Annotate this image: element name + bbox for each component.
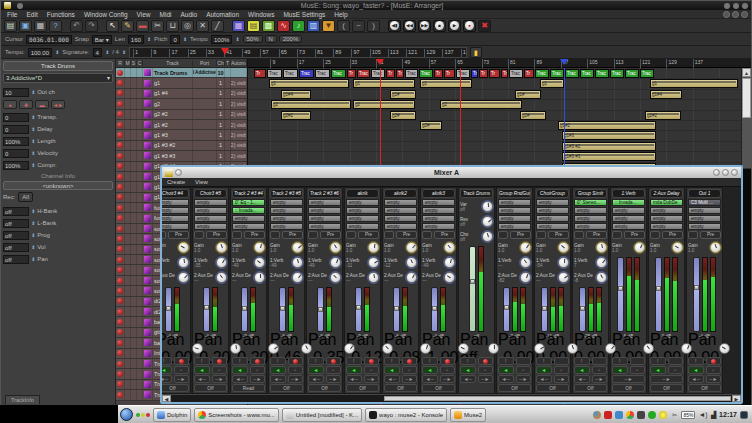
- output-route-button[interactable]: ─►: [554, 375, 570, 383]
- rev-knob[interactable]: [482, 216, 493, 227]
- auxde-knob[interactable]: [292, 272, 303, 283]
- record-arm-cell[interactable]: [116, 297, 125, 306]
- drum-part[interactable]: Trac: [267, 69, 282, 78]
- stereo-button[interactable]: ▫: [516, 366, 532, 374]
- volume-fader[interactable]: [279, 287, 286, 332]
- track-automation[interactable]: 0(2) visible: [231, 78, 247, 87]
- drum-part[interactable]: Tr: [254, 69, 266, 78]
- pre-button[interactable]: Pre: [244, 231, 265, 239]
- gain-knob[interactable]: [178, 242, 189, 253]
- record-arm-cell[interactable]: [116, 380, 125, 389]
- stereo-button[interactable]: ▫: [592, 366, 608, 374]
- input-route-button[interactable]: ◄─: [346, 375, 362, 383]
- menu-edit[interactable]: Edit: [26, 11, 37, 18]
- automation-mode-button[interactable]: Off: [422, 384, 455, 392]
- effect-slot[interactable]: empty: [422, 199, 455, 206]
- strip-name[interactable]: Track Drums: [460, 189, 493, 198]
- midi-icon[interactable]: ●: [3, 100, 17, 109]
- effect-slot[interactable]: empty: [612, 215, 645, 222]
- menu-view[interactable]: View: [137, 11, 151, 18]
- output-route-button[interactable]: ─►: [478, 375, 494, 383]
- fader-handle[interactable]: [356, 305, 361, 310]
- strip-name[interactable]: Group Simlr: [574, 189, 607, 198]
- track-automation[interactable]: 0(2) visible: [231, 141, 247, 150]
- volume-icon[interactable]: ◄): [698, 411, 707, 418]
- stereo-route-button[interactable]: [346, 231, 356, 239]
- mixer-maximize-icon[interactable]: [722, 169, 729, 176]
- mute-button[interactable]: !: [460, 357, 476, 365]
- zoom-N[interactable]: N: [265, 35, 277, 43]
- stereo-button[interactable]: ▫: [554, 366, 570, 374]
- tempo-scale-value[interactable]: 100%: [211, 35, 232, 44]
- midi-part[interactable]: g2#: [420, 121, 442, 130]
- strip-name[interactable]: akrik3: [422, 189, 455, 198]
- auxde-knob[interactable]: [596, 272, 607, 283]
- scroll-left-icon[interactable]: ◀: [162, 395, 171, 402]
- stereo-button[interactable]: ▫: [288, 366, 304, 374]
- solo-button[interactable]: ◄: [536, 366, 552, 374]
- record-dot-icon[interactable]: [117, 267, 123, 273]
- automation-mode-button[interactable]: Off: [498, 384, 531, 392]
- stereo-route-button[interactable]: [384, 231, 394, 239]
- stereo-route-button[interactable]: [688, 231, 698, 239]
- record-dot-icon[interactable]: [117, 309, 123, 315]
- pre-button[interactable]: Pre: [168, 231, 189, 239]
- input-route-button[interactable]: ◄─: [536, 375, 552, 383]
- knob-value[interactable]: ---: [194, 278, 216, 283]
- drum-part[interactable]: Tr: [444, 69, 455, 78]
- red-app-icon[interactable]: [604, 411, 612, 419]
- midi-icon[interactable]: ▬: [35, 100, 49, 109]
- fader-handle[interactable]: [542, 306, 547, 311]
- midi-part[interactable]: g1#3 #3: [562, 152, 656, 161]
- input-route-button[interactable]: ◄─: [688, 375, 704, 383]
- verb-knob[interactable]: [444, 257, 455, 268]
- pitch-spinner[interactable]: ⬍: [183, 36, 187, 42]
- maximize-icon[interactable]: [733, 3, 739, 9]
- automation-mode-button[interactable]: Off: [270, 384, 303, 392]
- knob-value[interactable]: 1.0: [270, 248, 292, 253]
- rewind-button[interactable]: ◀◀: [403, 20, 416, 32]
- knob-value[interactable]: ---: [346, 278, 368, 283]
- knob-value[interactable]: ---: [162, 278, 178, 283]
- pointer-tool-icon[interactable]: ↖: [106, 20, 119, 32]
- spin-transp-spinner[interactable]: ⬍: [31, 114, 35, 120]
- record-dot-icon[interactable]: [117, 132, 123, 138]
- midi-part[interactable]: g1#3: [562, 131, 656, 140]
- auxde-knob[interactable]: [406, 272, 417, 283]
- record-arm-cell[interactable]: [116, 203, 125, 212]
- stereo-route-button[interactable]: [194, 231, 204, 239]
- volume-fader[interactable]: [693, 257, 700, 332]
- input-route-button[interactable]: ◄─: [194, 375, 210, 383]
- record-dot-icon[interactable]: [117, 101, 123, 107]
- record-arm-cell[interactable]: [116, 213, 125, 222]
- effect-slot[interactable]: empty: [650, 223, 683, 230]
- effect-slot[interactable]: empty: [270, 223, 303, 230]
- record-arm-cell[interactable]: [116, 338, 125, 347]
- fader-handle[interactable]: [394, 306, 399, 311]
- new-file-icon[interactable]: ▤: [4, 20, 17, 32]
- to-start-button[interactable]: ◀▮: [388, 20, 401, 32]
- solo-button[interactable]: ◄: [612, 366, 628, 374]
- track-row[interactable]: g1 #3 #310(2) visible: [116, 151, 247, 161]
- clock[interactable]: 12:17: [719, 411, 737, 418]
- midi-part[interactable]: g1#4: [281, 90, 311, 99]
- stereo-route-button[interactable]: [162, 231, 166, 239]
- solo-button[interactable]: ◄: [650, 366, 666, 374]
- menu-automation[interactable]: Automation: [206, 11, 239, 18]
- automation-mode-button[interactable]: Off: [384, 384, 417, 392]
- effect-slot[interactable]: empty: [612, 223, 645, 230]
- knob-value[interactable]: 1.0: [194, 248, 216, 253]
- effect-slot[interactable]: empty: [232, 215, 265, 222]
- auxde-knob[interactable]: [216, 272, 227, 283]
- record-dot-icon[interactable]: [117, 350, 123, 356]
- knob-value[interactable]: ---: [536, 278, 558, 283]
- spin-compr-spinner[interactable]: ⬍: [31, 162, 35, 168]
- eraser-tool-icon[interactable]: ▬: [136, 20, 149, 32]
- play-button[interactable]: ▶: [448, 20, 461, 32]
- effect-slot[interactable]: empty: [422, 207, 455, 214]
- spin-prog-spinner[interactable]: ⬍: [31, 232, 35, 238]
- main-titlebar[interactable]: MusE: Song: wayo_faster? - [MusE: Arrang…: [1, 1, 751, 10]
- pitch-value[interactable]: 0: [170, 35, 179, 44]
- drum-part[interactable]: Trac: [565, 69, 579, 78]
- input-route-button[interactable]: ◄─: [162, 375, 172, 383]
